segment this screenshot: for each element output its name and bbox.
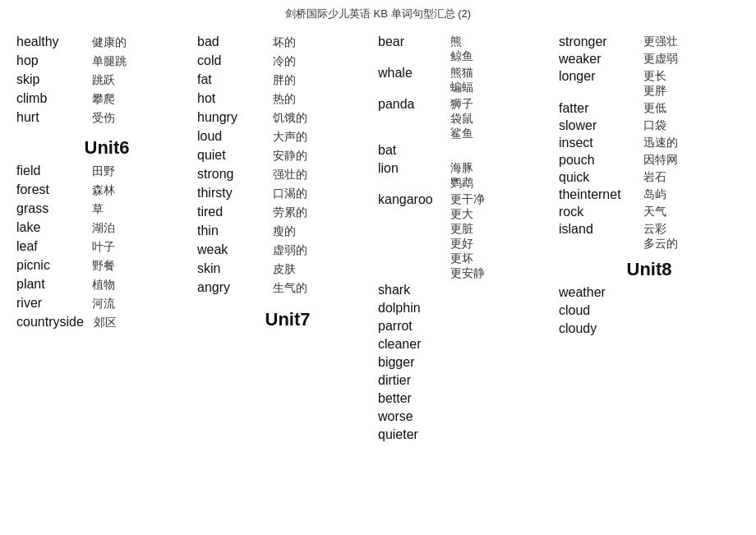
word-row: bad 坏的 (197, 35, 378, 50)
word-en: lion (378, 161, 444, 176)
word-row: grass 草 (16, 201, 197, 217)
word-zh: 瘦的 (273, 224, 296, 239)
word-zh: 迅速的 (643, 136, 678, 150)
word-row: hop 单腿跳 (16, 53, 197, 69)
word-zh: 河流 (92, 297, 115, 311)
word-row: skip 跳跃 (16, 72, 197, 88)
word-en: bigger (378, 355, 444, 370)
column-3: bear 熊 鲸鱼 whale 熊猫 蝙蝠 panda 狮子 袋鼠 鲨鱼 bat (378, 35, 559, 445)
word-en: field (16, 164, 82, 178)
column-2: bad 坏的 cold 冷的 fat 胖的 hot 热的 hungry 饥饿的 … (197, 35, 378, 445)
word-row: loud 大声的 (197, 129, 378, 145)
word-en: rock (559, 205, 637, 219)
word-row: hungry 饥饿的 (197, 110, 378, 126)
word-en: grass (16, 201, 82, 216)
word-en: slower (559, 118, 637, 133)
word-en: loud (197, 129, 263, 144)
word-en: pouch (559, 153, 637, 168)
word-zh: 狮子 (450, 97, 473, 112)
word-en: cloud (559, 303, 625, 318)
word-en: kangaroo (378, 192, 444, 207)
word-row: shark (378, 283, 559, 297)
word-en: bear (378, 35, 444, 49)
word-zh: 袋鼠 (450, 112, 473, 127)
word-row: cleaner (378, 337, 559, 352)
word-zh: 攀爬 (92, 92, 115, 107)
word-row: field 田野 (16, 164, 197, 179)
word-en: picnic (16, 258, 82, 273)
word-zh: 更强壮 (643, 35, 678, 49)
word-zh: 更干净 (450, 192, 485, 207)
word-en: angry (197, 280, 263, 295)
word-en: countryside (16, 315, 84, 330)
word-row: parrot (378, 319, 559, 334)
word-en: bat (378, 143, 444, 158)
word-row: better (378, 391, 559, 406)
word-zh: 草 (92, 202, 104, 217)
word-row: thin 瘦的 (197, 224, 378, 239)
word-row: angry 生气的 (197, 280, 378, 296)
unit8-heading: Unit8 (559, 259, 740, 280)
word-en: hungry (197, 110, 263, 125)
word-zh: 坏的 (273, 35, 296, 50)
word-zh: 植物 (92, 278, 115, 293)
word-en: dirtier (378, 373, 444, 388)
word-en: longer (559, 69, 637, 84)
word-en: skip (16, 72, 82, 87)
word-en: weather (559, 285, 625, 300)
word-en: stronger (559, 35, 637, 49)
word-en: cloudy (559, 321, 625, 336)
word-row: dirtier (378, 373, 559, 388)
word-zh: 皮肤 (273, 262, 296, 277)
word-zh: 口渴的 (273, 187, 307, 201)
column-4: stronger 更强壮 weaker 更虚弱 longer 更长 更胖 fat… (559, 35, 740, 445)
word-en: lake (16, 220, 82, 235)
word-zh: 虚弱的 (273, 243, 307, 258)
word-en: parrot (378, 319, 444, 334)
word-row: cloud (559, 303, 740, 318)
word-row: dolphin (378, 301, 559, 316)
word-zh: 岩石 (643, 170, 666, 185)
word-zh: 安静的 (273, 149, 307, 164)
word-en: weak (197, 242, 263, 257)
word-zh: 更虚弱 (643, 52, 678, 67)
word-row: river 河流 (16, 296, 197, 311)
word-row: bigger (378, 355, 559, 370)
word-en: fatter (559, 101, 637, 116)
word-row: weather (559, 285, 740, 300)
word-row: quieter (378, 427, 559, 442)
word-row: plant 植物 (16, 277, 197, 293)
word-zh: 健康的 (92, 35, 127, 50)
word-zh: 更安静 (450, 266, 485, 281)
word-zh: 强壮的 (273, 168, 307, 182)
word-en: hop (16, 53, 82, 68)
word-en: theinternet (559, 187, 637, 202)
word-zh: 天气 (643, 205, 666, 219)
word-zh: 田野 (92, 164, 115, 179)
word-row: picnic 野餐 (16, 258, 197, 274)
word-en: tired (197, 205, 263, 219)
word-row: tired 劳累的 (197, 205, 378, 220)
word-zh: 郊区 (94, 316, 117, 330)
word-en: insect (559, 136, 637, 150)
page-title: 剑桥国际少儿英语 KB 单词句型汇总 (2) (0, 0, 756, 35)
word-en: river (16, 296, 82, 311)
word-en: better (378, 391, 444, 406)
word-en: climb (16, 91, 82, 106)
word-en: island (559, 222, 637, 237)
word-en: skin (197, 261, 263, 276)
word-zh: 熊猫 (450, 66, 473, 81)
word-row: skin 皮肤 (197, 261, 378, 277)
word-zh: 叶子 (92, 240, 115, 255)
word-row: fat 胖的 (197, 72, 378, 88)
word-zh: 劳累的 (273, 205, 307, 220)
word-zh: 更坏 (450, 251, 485, 266)
unit7-heading: Unit7 (197, 309, 378, 330)
word-zh: 更大 (450, 207, 485, 222)
word-en: panda (378, 97, 444, 112)
word-zh: 森林 (92, 183, 115, 198)
word-zh: 野餐 (92, 259, 115, 274)
word-row: leaf 叶子 (16, 239, 197, 255)
word-en: thin (197, 224, 263, 238)
word-zh: 云彩 (643, 222, 678, 237)
